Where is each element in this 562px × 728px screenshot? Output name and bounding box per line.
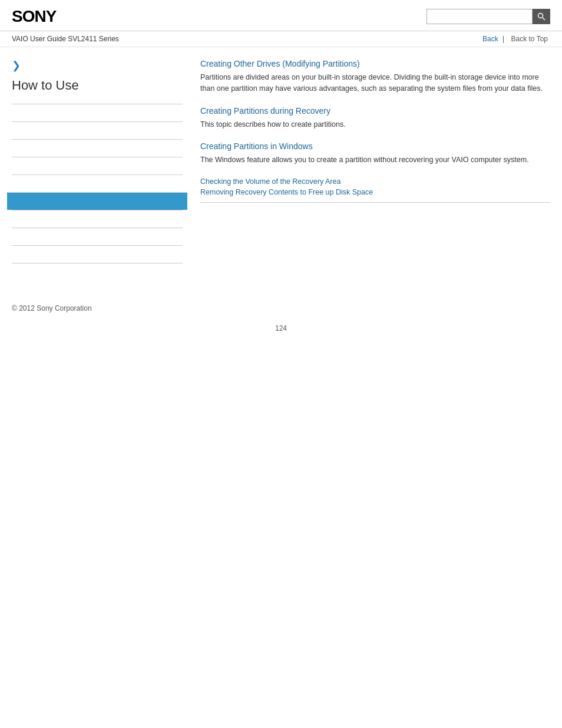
section-2-link[interactable]: Creating Partitions during Recovery — [200, 106, 550, 116]
search-icon — [537, 12, 546, 21]
sidebar-item-5[interactable] — [12, 174, 183, 192]
section-3-desc: The Windows feature allows you to create… — [200, 154, 550, 166]
breadcrumb-nav: Back | Back to Top — [482, 35, 550, 43]
section-3-link[interactable]: Creating Partitions in Windows — [200, 141, 550, 151]
section-1-desc: Partitions are divided areas on your bui… — [200, 72, 550, 94]
search-input[interactable] — [427, 9, 533, 24]
nav-separator: | — [503, 35, 504, 43]
content-section-2: Creating Partitions during Recovery This… — [200, 106, 550, 130]
sidebar-item-8[interactable] — [12, 228, 183, 245]
section-1-link[interactable]: Creating Other Drives (Modifying Partiti… — [200, 59, 550, 68]
page-header: SONY — [0, 0, 562, 31]
content-divider — [200, 202, 550, 203]
copyright-text: © 2012 Sony Corporation — [12, 304, 92, 312]
sidebar-item-7[interactable] — [12, 210, 183, 228]
extra-link-2[interactable]: Removing Recovery Contents to Free up Di… — [200, 188, 550, 196]
search-button[interactable] — [533, 9, 550, 24]
sidebar-item-9[interactable] — [12, 245, 183, 263]
extra-links-group: Checking the Volume of the Recovery Area… — [200, 177, 550, 196]
content-section-1: Creating Other Drives (Modifying Partiti… — [200, 59, 550, 94]
svg-line-1 — [543, 18, 546, 21]
extra-link-1[interactable]: Checking the Volume of the Recovery Area — [200, 177, 550, 186]
search-area — [427, 9, 550, 24]
main-container: ❯ How to Use Creating Other Drives (Modi… — [0, 47, 562, 292]
sony-logo: SONY — [12, 7, 56, 26]
sidebar-nav-items — [12, 104, 183, 281]
sidebar-item-4[interactable] — [12, 157, 183, 174]
sidebar-item-3[interactable] — [12, 139, 183, 157]
svg-point-0 — [538, 14, 543, 18]
sidebar-item-10[interactable] — [12, 263, 183, 281]
sidebar-title: How to Use — [12, 78, 183, 98]
sidebar-item-1[interactable] — [12, 104, 183, 121]
section-2-desc: This topic describes how to create parti… — [200, 119, 550, 130]
sidebar-arrow: ❯ — [12, 59, 183, 72]
footer: © 2012 Sony Corporation — [0, 292, 562, 318]
sidebar-item-2[interactable] — [12, 121, 183, 139]
guide-title: VAIO User Guide SVL2411 Series — [12, 35, 119, 43]
back-link[interactable]: Back — [482, 35, 498, 43]
page-number: 124 — [0, 318, 562, 344]
content-section-3: Creating Partitions in Windows The Windo… — [200, 141, 550, 166]
subheader: VAIO User Guide SVL2411 Series Back | Ba… — [0, 31, 562, 47]
back-to-top-link[interactable]: Back to Top — [509, 35, 550, 43]
sidebar-item-6-active[interactable] — [7, 192, 187, 210]
content-area: Creating Other Drives (Modifying Partiti… — [194, 59, 550, 281]
sidebar: ❯ How to Use — [12, 59, 194, 281]
